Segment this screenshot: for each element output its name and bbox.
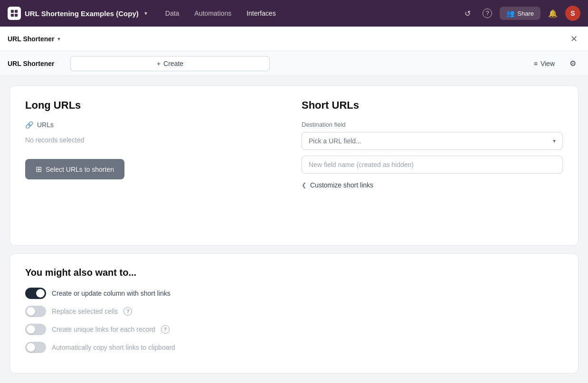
share-label: Share [517, 10, 534, 17]
create-label: Create [163, 60, 183, 67]
link-icon: 🔗 [25, 121, 33, 129]
toggle-auto-copy[interactable] [25, 342, 46, 353]
modal-close-button[interactable]: ✕ [567, 32, 580, 46]
customize-chevron-icon: ❮ [302, 182, 306, 188]
gear-icon: ⚙ [569, 59, 576, 68]
app-logo [8, 7, 21, 20]
share-icon: 👥 [506, 9, 514, 17]
modal: URL Shortener ▾ ✕ URL Shortener + Create… [0, 27, 588, 383]
select-urls-button[interactable]: ⊞ Select URLs to shorten [25, 159, 124, 179]
long-urls-title: Long URLs [25, 99, 286, 112]
view-button[interactable]: ≡ View [529, 57, 560, 70]
nav-item-automations[interactable]: Automations [188, 7, 238, 20]
option-label-2: Replace selected cells [52, 308, 118, 315]
notifications-button[interactable]: 🔔 [545, 6, 560, 21]
modal-header: URL Shortener ▾ ✕ [0, 27, 588, 51]
urls-label: URLs [37, 121, 54, 129]
option-label-1: Create or update column with short links [52, 290, 171, 297]
avatar[interactable]: S [565, 6, 580, 21]
toolbar-label: URL Shortener [8, 60, 65, 67]
option-row-3: Create unique links for each record ? [25, 324, 563, 335]
customize-short-links[interactable]: ❮ Customize short links [302, 181, 563, 189]
help-replace-cells-icon[interactable]: ? [123, 307, 132, 316]
select-label: Select URLs to shorten [46, 166, 114, 173]
toggle-slider-3 [25, 324, 46, 335]
no-records-text: No records selected [25, 136, 286, 144]
app-title: URL Shortening Examples (Copy) [25, 9, 139, 18]
option-row-2: Replace selected cells ? [25, 306, 563, 317]
toggle-replace-cells[interactable] [25, 306, 46, 317]
urls-list-header: 🔗 URLs [25, 121, 286, 129]
option-label-3: Create unique links for each record [52, 326, 155, 333]
modal-title: URL Shortener [8, 35, 55, 43]
toggle-slider-4 [25, 342, 46, 353]
nav-items: Data Automations Interfaces [159, 7, 456, 20]
short-urls-title: Short URLs [302, 99, 563, 112]
also-want-title: You might also want to... [25, 267, 563, 278]
svg-rect-0 [11, 10, 14, 13]
top-nav: URL Shortening Examples (Copy) ▾ Data Au… [0, 0, 588, 27]
also-want-card: You might also want to... Create or upda… [9, 253, 579, 374]
help-icon: ? [483, 9, 492, 18]
app-title-chevron: ▾ [144, 10, 147, 17]
modal-title-chevron-icon: ▾ [57, 36, 60, 42]
toggle-unique-links[interactable] [25, 324, 46, 335]
create-icon: + [157, 60, 161, 67]
svg-rect-2 [11, 14, 14, 17]
history-icon: ↺ [465, 9, 471, 18]
history-button[interactable]: ↺ [460, 6, 475, 21]
long-urls-column: Long URLs 🔗 URLs No records selected ⊞ S… [25, 99, 286, 232]
select-icon: ⊞ [36, 165, 42, 174]
toggle-slider [25, 288, 46, 299]
modal-toolbar: URL Shortener + Create ≡ View ⚙ [0, 51, 588, 76]
modal-body: Long URLs 🔗 URLs No records selected ⊞ S… [0, 76, 588, 383]
toggle-create-update[interactable] [25, 288, 46, 299]
option-row-1: Create or update column with short links [25, 288, 563, 299]
nav-item-interfaces[interactable]: Interfaces [240, 7, 282, 20]
url-section: Long URLs 🔗 URLs No records selected ⊞ S… [25, 99, 563, 232]
svg-rect-1 [15, 10, 18, 13]
dest-field-label: Destination field [302, 121, 563, 128]
bell-icon: 🔔 [548, 9, 558, 18]
modal-overlay: URL Shortener ▾ ✕ URL Shortener + Create… [0, 27, 588, 383]
toggle-slider-2 [25, 306, 46, 317]
share-button[interactable]: 👥 Share [500, 7, 541, 20]
help-button[interactable]: ? [480, 6, 495, 21]
close-icon: ✕ [570, 34, 578, 44]
select-dropdown-icon: ▾ [553, 138, 556, 144]
svg-rect-3 [15, 14, 18, 17]
url-card: Long URLs 🔗 URLs No records selected ⊞ S… [9, 85, 579, 246]
view-label: View [541, 60, 555, 67]
modal-title-area[interactable]: URL Shortener ▾ [8, 35, 60, 43]
option-label-4: Automatically copy short links to clipbo… [52, 344, 175, 351]
url-field-placeholder: Pick a URL field... [309, 137, 361, 145]
url-field-select[interactable]: Pick a URL field... ▾ [302, 132, 563, 150]
nav-item-data[interactable]: Data [159, 7, 186, 20]
help-unique-links-icon[interactable]: ? [161, 325, 170, 334]
short-urls-column: Short URLs Destination field Pick a URL … [302, 99, 563, 232]
settings-button[interactable]: ⚙ [565, 56, 580, 71]
create-button[interactable]: + Create [70, 56, 270, 71]
view-icon: ≡ [534, 60, 538, 67]
new-field-input[interactable] [302, 156, 563, 174]
nav-right: ↺ ? 👥 Share 🔔 S [460, 6, 580, 21]
customize-label: Customize short links [310, 181, 373, 189]
option-row-4: Automatically copy short links to clipbo… [25, 342, 563, 353]
